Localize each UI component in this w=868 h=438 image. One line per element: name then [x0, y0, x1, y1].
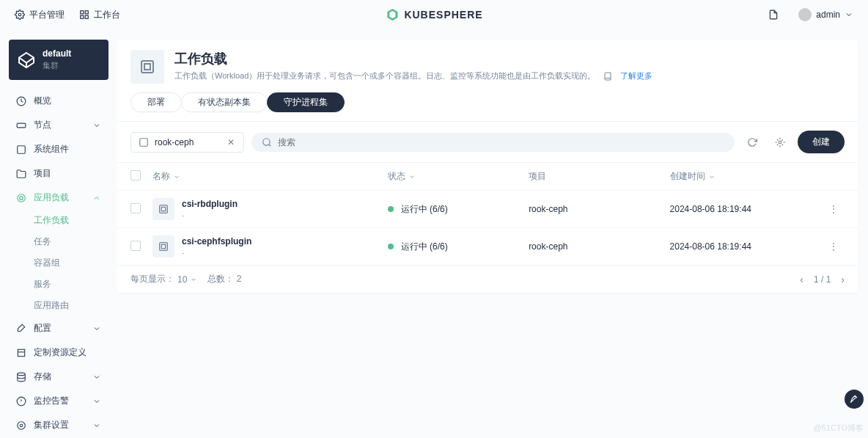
svg-rect-2 — [85, 11, 88, 14]
platform-label: 平台管理 — [29, 9, 65, 21]
cluster-type: 集群 — [43, 60, 71, 71]
table-row[interactable]: csi-rbdplugin - 运行中 (6/6) rook-ceph 2024… — [117, 190, 858, 227]
svg-rect-13 — [18, 349, 24, 356]
svg-rect-21 — [141, 61, 153, 73]
subnav-jobs[interactable]: 任务 — [34, 231, 108, 252]
nav-workloads[interactable]: 应用负载 — [9, 186, 108, 210]
table-row[interactable]: csi-cephfsplugin - 运行中 (6/6) rook-ceph 2… — [117, 227, 858, 265]
monitor-icon — [16, 396, 26, 406]
subnav-pods[interactable]: 容器组 — [34, 252, 108, 274]
refresh-button[interactable] — [742, 132, 762, 153]
crd-icon — [16, 348, 26, 358]
row-more-button[interactable]: ⋮ — [829, 204, 838, 214]
storage-icon — [16, 372, 26, 382]
cluster-selector[interactable]: default 集群 — [9, 40, 108, 80]
svg-point-15 — [18, 373, 26, 376]
logo[interactable]: KUBESPHERE — [385, 7, 482, 22]
workload-icon — [152, 236, 174, 258]
project-filter[interactable]: rook-ceph ✕ — [130, 132, 244, 153]
chevron-down-icon — [845, 10, 853, 19]
svg-point-24 — [263, 138, 270, 145]
row-name: csi-rbdplugin — [182, 199, 238, 209]
chevron-down-icon — [92, 324, 101, 333]
search-box[interactable] — [251, 133, 735, 152]
row-time: 2024-08-06 18:19:44 — [670, 241, 823, 252]
prev-page-button[interactable]: ‹ — [800, 274, 803, 285]
row-checkbox[interactable] — [130, 241, 141, 251]
components-icon — [16, 145, 26, 155]
nav-overview[interactable]: 概览 — [9, 89, 108, 113]
sort-icon — [408, 173, 416, 180]
clear-filter-button[interactable]: ✕ — [226, 137, 236, 147]
svg-rect-28 — [161, 207, 165, 211]
nav-storage[interactable]: 存储 — [9, 365, 108, 389]
book-icon — [603, 72, 612, 81]
platform-menu[interactable]: 平台管理 — [15, 9, 65, 21]
column-created[interactable]: 创建时间 — [670, 170, 823, 183]
nav-components[interactable]: 系统组件 — [9, 137, 108, 161]
svg-rect-3 — [81, 15, 84, 18]
row-project: rook-ceph — [529, 204, 669, 214]
create-button[interactable]: 创建 — [798, 131, 845, 153]
svg-point-11 — [20, 196, 23, 200]
project-filter-value: rook-ceph — [155, 137, 220, 147]
nav-monitor[interactable]: 监控告警 — [9, 389, 108, 413]
settings-button[interactable] — [770, 132, 790, 153]
nav-nodes[interactable]: 节点 — [9, 113, 108, 137]
page-size-selector[interactable]: 每页显示： 10 — [130, 273, 197, 285]
page-title: 工作负载 — [174, 50, 652, 67]
select-all-checkbox[interactable] — [130, 170, 141, 180]
hammer-icon — [849, 394, 859, 404]
svg-point-26 — [779, 141, 781, 144]
svg-rect-29 — [160, 243, 168, 251]
row-more-button[interactable]: ⋮ — [829, 241, 838, 252]
nav-cluster-settings[interactable]: 集群设置 — [9, 413, 108, 437]
tab-deployment[interactable]: 部署 — [130, 92, 182, 112]
cluster-icon — [18, 51, 35, 69]
total-count: 总数： 2 — [207, 273, 241, 285]
svg-rect-23 — [140, 138, 148, 146]
help-fab[interactable] — [845, 390, 864, 409]
svg-point-19 — [20, 424, 23, 427]
subnav-workload[interactable]: 工作负载 — [34, 210, 108, 231]
search-input[interactable] — [278, 137, 724, 147]
learn-more-link[interactable]: 了解更多 — [620, 71, 652, 80]
tab-statefulset[interactable]: 有状态副本集 — [181, 92, 268, 112]
page-icon — [130, 50, 164, 84]
row-status: 运行中 (6/6) — [388, 241, 529, 253]
row-checkbox[interactable] — [130, 203, 141, 213]
row-name: csi-cephfsplugin — [182, 236, 251, 247]
column-status[interactable]: 状态 — [388, 170, 529, 183]
tab-daemonset[interactable]: 守护进程集 — [267, 92, 345, 112]
chevron-down-icon — [190, 276, 197, 283]
nodes-icon — [16, 120, 26, 131]
document-icon[interactable] — [763, 4, 784, 25]
gear-icon — [15, 10, 25, 20]
column-name[interactable]: 名称 — [152, 170, 388, 183]
svg-rect-1 — [81, 11, 84, 14]
svg-rect-22 — [144, 64, 150, 70]
subnav-services[interactable]: 服务 — [34, 274, 108, 295]
workspace-label: 工作台 — [94, 9, 120, 21]
nav-config[interactable]: 配置 — [9, 316, 108, 340]
row-sub: - — [182, 248, 251, 257]
row-status: 运行中 (6/6) — [388, 203, 529, 216]
workspace-menu[interactable]: 工作台 — [79, 9, 120, 21]
watermark: @51CTO博客 — [814, 423, 864, 434]
chevron-down-icon — [92, 397, 101, 406]
logo-text: KUBESPHERE — [404, 9, 482, 21]
user-menu[interactable]: admin — [798, 8, 853, 21]
svg-rect-9 — [17, 123, 26, 128]
next-page-button[interactable]: › — [841, 274, 845, 285]
chevron-down-icon — [92, 121, 101, 130]
subnav-ingress[interactable]: 应用路由 — [34, 295, 108, 316]
chevron-down-icon — [92, 421, 101, 430]
avatar-icon — [798, 8, 812, 21]
projects-icon — [16, 169, 26, 179]
column-project: 项目 — [529, 170, 669, 183]
row-time: 2024-08-06 18:19:44 — [670, 204, 823, 214]
chevron-down-icon — [92, 373, 101, 382]
nav-projects[interactable]: 项目 — [9, 161, 108, 186]
row-project: rook-ceph — [529, 241, 669, 252]
nav-crd[interactable]: 定制资源定义 — [9, 340, 108, 365]
